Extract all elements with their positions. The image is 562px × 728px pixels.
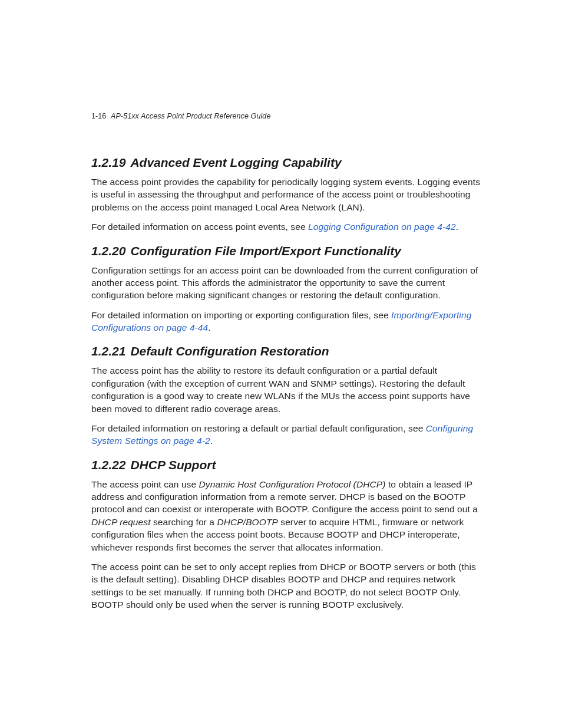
body-text: The access point has the ability to rest… (91, 364, 480, 415)
page-number: 1-16 (91, 112, 106, 120)
section-heading: 1.2.21Default Configuration Restoration (91, 344, 480, 358)
guide-title: AP-51xx Access Point Product Reference G… (111, 112, 270, 120)
running-header: 1-16 AP-51xx Access Point Product Refere… (91, 112, 480, 120)
section-heading: 1.2.22DHCP Support (91, 458, 480, 472)
text-run: . (456, 222, 458, 232)
section-1-2-21: 1.2.21Default Configuration Restoration … (91, 344, 480, 447)
section-1-2-19: 1.2.19Advanced Event Logging Capability … (91, 156, 480, 233)
section-number: 1.2.21 (91, 344, 125, 358)
body-text: The access point can use Dynamic Host Co… (91, 478, 480, 554)
emphasis-text: DHCP request (91, 517, 151, 527)
body-text: For detailed information on importing or… (91, 309, 480, 334)
section-number: 1.2.22 (91, 458, 125, 472)
section-number: 1.2.20 (91, 244, 125, 258)
body-text: For detailed information on access point… (91, 220, 480, 233)
body-text: Configuration settings for an access poi… (91, 264, 480, 302)
section-1-2-22: 1.2.22DHCP Support The access point can … (91, 458, 480, 611)
body-text: The access point provides the capability… (91, 176, 480, 213)
section-title: Default Configuration Restoration (130, 344, 329, 358)
text-run: . (208, 322, 210, 332)
text-run: For detailed information on importing or… (91, 310, 391, 320)
section-title: DHCP Support (130, 458, 216, 472)
section-1-2-20: 1.2.20Configuration File Import/Export F… (91, 244, 480, 334)
section-heading: 1.2.20Configuration File Import/Export F… (91, 244, 480, 258)
text-run: For detailed information on access point… (91, 222, 308, 232)
section-number: 1.2.19 (91, 156, 125, 169)
cross-reference-link[interactable]: Logging Configuration on page 4-42 (308, 222, 456, 232)
section-heading: 1.2.19Advanced Event Logging Capability (91, 156, 480, 170)
text-run: The access point can use (91, 479, 199, 489)
emphasis-text: Dynamic Host Configuration Protocol (DHC… (199, 479, 386, 489)
emphasis-text: DHCP/BOOTP (217, 517, 277, 527)
section-title: Advanced Event Logging Capability (130, 156, 341, 169)
page-content: 1-16 AP-51xx Access Point Product Refere… (0, 0, 480, 611)
body-text: The access point can be set to only acce… (91, 561, 480, 611)
text-run: searching for a (151, 517, 217, 527)
body-text: For detailed information on restoring a … (91, 422, 480, 447)
text-run: . (210, 436, 213, 446)
section-title: Configuration File Import/Export Functio… (130, 244, 401, 258)
text-run: For detailed information on restoring a … (91, 423, 426, 433)
